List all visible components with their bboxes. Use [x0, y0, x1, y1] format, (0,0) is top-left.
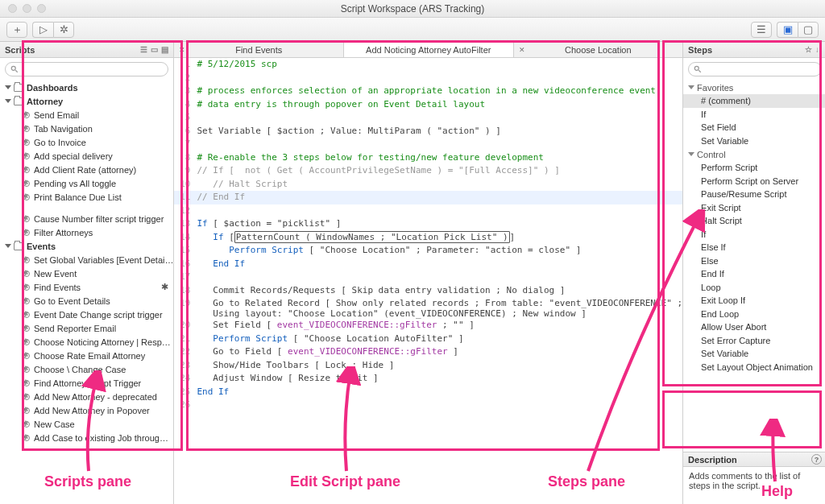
- close-icon[interactable]: ✕: [519, 46, 525, 54]
- sort-icon[interactable]: ↓²: [815, 45, 822, 54]
- code-line[interactable]: 6Set Variable [ $action ; Value: MultiPa…: [174, 125, 682, 138]
- step-item[interactable]: Else: [683, 254, 825, 268]
- script-item[interactable]: Send Reporter Email: [0, 321, 173, 335]
- code-line[interactable]: 24 Adjust Window [ Resize to Fit ]: [174, 372, 682, 386]
- script-item[interactable]: Go to Event Details: [0, 294, 173, 308]
- help-icon[interactable]: ?: [811, 454, 822, 465]
- code-line[interactable]: 5: [174, 111, 682, 125]
- code-line[interactable]: 21 Perform Script [ "Choose Location Aut…: [174, 333, 682, 346]
- code-line[interactable]: 15 Perform Script [ "Choose Location" ; …: [174, 244, 682, 258]
- scripts-search[interactable]: [5, 62, 168, 76]
- code-line[interactable]: 13If [ $action = "picklist" ]: [174, 217, 682, 231]
- script-item[interactable]: Go to Invoice: [0, 135, 173, 149]
- script-item[interactable]: Add New Attorney - deprecated: [0, 390, 173, 403]
- step-item[interactable]: # (comment): [683, 94, 825, 108]
- pane-left-toggle[interactable]: ▣: [777, 22, 798, 38]
- step-item[interactable]: Exit Script: [683, 201, 825, 215]
- code-line[interactable]: 16 End If: [174, 258, 682, 271]
- script-item[interactable]: Print Balance Due List: [0, 190, 173, 204]
- settings-button[interactable]: ☰: [751, 22, 772, 38]
- code-line[interactable]: 2: [174, 72, 682, 85]
- code-line[interactable]: 23 Show/Hide Toolbars [ Lock ; Hide ]: [174, 359, 682, 373]
- script-item[interactable]: Add Client Rate (attorney): [0, 163, 173, 176]
- favorite-icon[interactable]: ☆: [805, 45, 812, 54]
- script-item[interactable]: New Case: [0, 417, 173, 431]
- step-item[interactable]: Perform Script: [683, 161, 825, 175]
- code-line[interactable]: 1# 5/12/2015 scp: [174, 58, 682, 72]
- script-item[interactable]: Set Global Variables [Event Detai…: [0, 253, 173, 266]
- step-item[interactable]: Set Variable: [683, 347, 825, 361]
- script-item[interactable]: New Event: [0, 266, 173, 280]
- script-item[interactable]: Add New Attorney in Popover: [0, 403, 173, 417]
- scripts-tree[interactable]: DashboardsAttorneySend EmailTab Navigati…: [0, 81, 173, 504]
- code-line[interactable]: 9// If [ not ( Get ( AccountPrivilegeSet…: [174, 164, 682, 178]
- script-item[interactable]: Choose Noticing Attorney | Resp…: [0, 335, 173, 349]
- script-item[interactable]: Add special delivery: [0, 149, 173, 163]
- code-line[interactable]: 4# data entry is through popover on Even…: [174, 98, 682, 112]
- code-editor[interactable]: 1# 5/12/2015 scp23# process enforces sel…: [174, 58, 682, 504]
- step-group-control[interactable]: Control: [683, 147, 825, 161]
- pane-right-toggle[interactable]: ▢: [798, 22, 819, 38]
- step-item[interactable]: Exit Loop If: [683, 294, 825, 308]
- script-item[interactable]: Cause Number filter script trigger: [0, 212, 173, 225]
- tab-add-noticing-attorney-autofilter[interactable]: Add Noticing Attorney AutoFilter: [344, 42, 514, 57]
- debug-button[interactable]: ✲: [53, 22, 74, 38]
- code-line[interactable]: 18 Commit Records/Requests [ Skip data e…: [174, 284, 682, 298]
- folder-attorney[interactable]: Attorney: [0, 94, 173, 108]
- run-button[interactable]: ▷: [32, 22, 53, 38]
- script-item[interactable]: Find Events✱: [0, 280, 173, 294]
- code-line[interactable]: 11// End If: [174, 191, 682, 204]
- disclosure-triangle-icon: [5, 99, 11, 103]
- list-view-icon[interactable]: ☰: [140, 45, 147, 54]
- code-line[interactable]: 25End If: [174, 386, 682, 399]
- columns-icon[interactable]: ▤: [161, 45, 168, 54]
- step-item[interactable]: End If: [683, 267, 825, 281]
- steps-search[interactable]: [688, 62, 822, 76]
- add-button[interactable]: ＋: [6, 22, 27, 38]
- step-item[interactable]: Allow User Abort: [683, 320, 825, 334]
- code-line[interactable]: 26: [174, 399, 682, 412]
- steps-search-input[interactable]: [705, 64, 816, 74]
- folder-events[interactable]: Events: [0, 239, 173, 253]
- code-line[interactable]: 7: [174, 138, 682, 151]
- code-line[interactable]: 19 Go to Related Record [ Show only rela…: [174, 297, 682, 319]
- tab-choose-location[interactable]: ✕Choose Location: [514, 42, 683, 57]
- step-item[interactable]: Perform Script on Server: [683, 175, 825, 188]
- step-item[interactable]: Halt Script: [683, 214, 825, 228]
- script-item[interactable]: Send Email: [0, 108, 173, 122]
- step-item[interactable]: If: [683, 228, 825, 242]
- step-item[interactable]: Loop: [683, 281, 825, 295]
- preview-icon[interactable]: ▭: [151, 45, 158, 54]
- code-line[interactable]: 8# Re-enable the 3 steps below for testi…: [174, 151, 682, 165]
- step-item[interactable]: End Loop: [683, 308, 825, 321]
- step-group-favorites[interactable]: Favorites: [683, 81, 825, 94]
- tab-find-events[interactable]: ✕Find Events: [174, 42, 344, 57]
- script-item[interactable]: Filter Attorneys: [0, 225, 173, 239]
- step-item[interactable]: Set Variable: [683, 134, 825, 148]
- code-line[interactable]: 12: [174, 204, 682, 218]
- close-icon[interactable]: ✕: [179, 46, 185, 54]
- step-item[interactable]: Set Layout Object Animation: [683, 361, 825, 374]
- script-item[interactable]: Choose \ Change Case: [0, 362, 173, 376]
- folder-dashboards[interactable]: Dashboards: [0, 81, 173, 94]
- scripts-search-input[interactable]: [22, 64, 163, 74]
- code-line[interactable]: 17: [174, 271, 682, 284]
- disclosure-triangle-icon: [5, 85, 11, 89]
- code-line[interactable]: 3# process enforces selection of an appr…: [174, 85, 682, 98]
- script-item[interactable]: Event Date Change script trigger: [0, 308, 173, 321]
- step-item[interactable]: Pause/Resume Script: [683, 188, 825, 201]
- code-line[interactable]: 10 // Halt Script: [174, 178, 682, 192]
- step-item[interactable]: If: [683, 108, 825, 122]
- script-item[interactable]: Tab Navigation: [0, 122, 173, 135]
- steps-list[interactable]: Favorites# (comment)IfSet FieldSet Varia…: [683, 81, 825, 452]
- step-item[interactable]: Set Error Capture: [683, 334, 825, 348]
- step-item[interactable]: Else If: [683, 241, 825, 254]
- code-line[interactable]: 20 Set Field [ event_VIDEOCONFERENCE::gF…: [174, 319, 682, 333]
- code-line[interactable]: 14 If [PatternCount ( WindowNames ; "Loc…: [174, 231, 682, 245]
- script-item[interactable]: Pending vs All toggle: [0, 176, 173, 190]
- script-item[interactable]: Add Case to existing Job throug…: [0, 431, 173, 444]
- code-line[interactable]: 22 Go to Field [ event_VIDEOCONFERENCE::…: [174, 345, 682, 359]
- step-item[interactable]: Set Field: [683, 121, 825, 134]
- script-item[interactable]: Choose Rate Email Attorney: [0, 349, 173, 362]
- script-item[interactable]: Find Attorney Script Trigger: [0, 376, 173, 390]
